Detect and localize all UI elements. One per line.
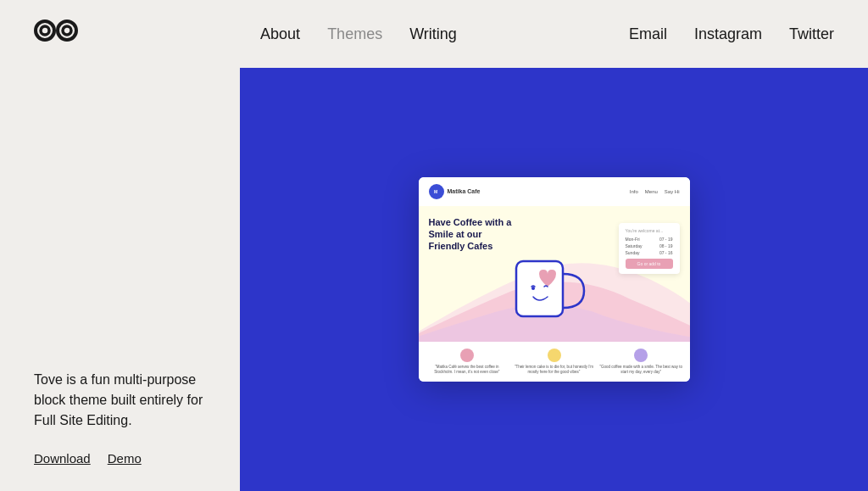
card-hero-title: Have Coffee with a Smile at our Friendly…: [429, 216, 514, 253]
hours-time-2: 07 - 16: [659, 250, 673, 255]
preview-wrapper: M Matika Cafe Info Menu Say Hi Have Coff…: [240, 68, 868, 491]
card-nav-menu: Menu: [645, 189, 658, 194]
left-content: Tove is a fun multi-purpose block theme …: [0, 370, 240, 491]
card-logo-text: Matika Cafe: [448, 188, 481, 195]
testimonial-2: "Good coffee made with a smile. The best…: [599, 349, 683, 376]
hours-time-0: 07 - 19: [659, 237, 673, 242]
hours-row-2: Sunday 07 - 16: [626, 250, 673, 255]
card-nav-say-hi: Say Hi: [665, 189, 680, 194]
testimonial-avatar-2: [634, 349, 648, 362]
svg-rect-6: [516, 261, 563, 316]
nav-left: About Themes Writing: [260, 25, 457, 43]
book-button[interactable]: Go or add to: [626, 259, 673, 269]
hours-row-1: Saturday 08 - 19: [626, 243, 673, 248]
hours-day-1: Saturday: [626, 243, 643, 248]
svg-rect-2: [58, 21, 76, 40]
svg-point-3: [63, 26, 71, 35]
nav-instagram[interactable]: Instagram: [694, 25, 762, 43]
card-testimonials: "Matika Café serves the best coffee in S…: [419, 342, 690, 382]
svg-text:M: M: [434, 189, 437, 194]
hours-time-1: 08 - 19: [659, 243, 673, 248]
testimonial-avatar-0: [460, 349, 474, 362]
card-header: M Matika Cafe Info Menu Say Hi: [419, 177, 690, 206]
card-nav: Info Menu Say Hi: [630, 189, 680, 194]
testimonial-text-0: "Matika Café serves the best coffee in S…: [426, 365, 509, 376]
nav-email[interactable]: Email: [629, 25, 667, 43]
main-content: Tove is a fun multi-purpose block theme …: [0, 68, 868, 491]
hours-day-0: Mon-Fri: [626, 237, 640, 242]
card-nav-info: Info: [630, 189, 638, 194]
tagline: Tove is a fun multi-purpose block theme …: [34, 370, 206, 431]
svg-point-7: [531, 287, 535, 290]
hours-box: You're welcome at... Mon-Fri 07 - 19 Sat…: [619, 223, 680, 274]
nav-right: Email Instagram Twitter: [629, 25, 834, 43]
card-logo: M Matika Cafe: [429, 184, 481, 199]
testimonial-text-1: "Their lemon cake is to die for, but hon…: [512, 365, 596, 376]
nav-themes[interactable]: Themes: [327, 25, 382, 43]
testimonial-text-2: "Good coffee made with a smile. The best…: [599, 365, 683, 376]
preview-card: M Matika Cafe Info Menu Say Hi Have Coff…: [419, 177, 690, 382]
action-links: Download Demo: [34, 451, 206, 466]
nav-about[interactable]: About: [260, 25, 300, 43]
card-hero: Have Coffee with a Smile at our Friendly…: [419, 206, 690, 342]
demo-link[interactable]: Demo: [108, 451, 142, 466]
nav-writing[interactable]: Writing: [409, 25, 457, 43]
hours-title: You're welcome at...: [626, 228, 673, 233]
hours-day-2: Sunday: [626, 250, 640, 255]
nav-twitter[interactable]: Twitter: [789, 25, 834, 43]
svg-rect-0: [36, 21, 54, 40]
header: About Themes Writing Email Instagram Twi…: [0, 0, 868, 68]
logo[interactable]: [34, 17, 88, 51]
hours-row-0: Mon-Fri 07 - 19: [626, 237, 673, 242]
card-logo-icon: M: [429, 184, 444, 199]
testimonial-0: "Matika Café serves the best coffee in S…: [426, 349, 509, 376]
testimonial-1: "Their lemon cake is to die for, but hon…: [512, 349, 596, 376]
svg-point-1: [41, 26, 49, 35]
testimonial-avatar-1: [548, 349, 561, 362]
download-link[interactable]: Download: [34, 451, 91, 466]
